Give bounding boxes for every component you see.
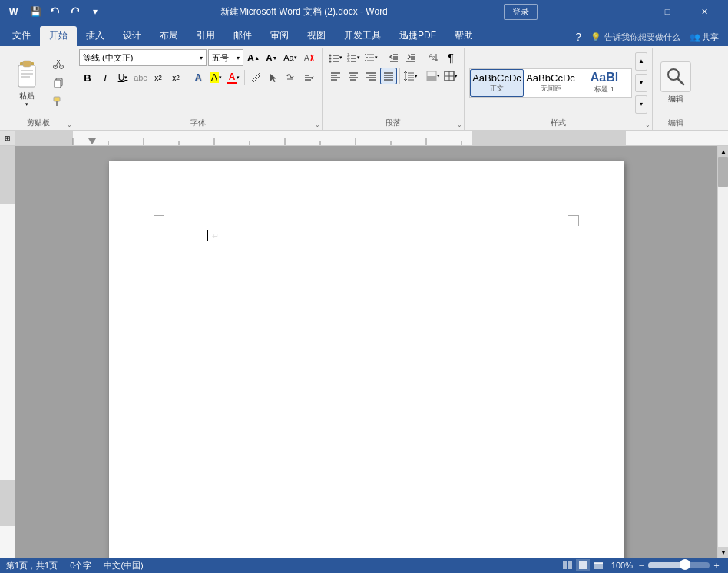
zoom-out-button[interactable]: − [636,560,647,571]
tab-home[interactable]: 开始 [40,26,77,46]
scroll-down-button[interactable]: ▼ [718,547,728,558]
minimize-button[interactable]: ─ [539,0,574,23]
page-count: 第1页，共1页 [6,560,58,571]
styles-scroll-down[interactable]: ▼ [635,74,647,92]
cursor-button[interactable] [265,69,282,86]
italic-button[interactable]: I [97,69,114,86]
align-right-button[interactable] [362,68,379,84]
align-left-button[interactable] [327,68,344,84]
ribbon-content: 粘贴 ▾ 剪贴板 ⌄ 等线 (中 [0,46,728,131]
zoom-slider-area: − ＋ [636,560,722,571]
styles-launcher[interactable]: ⌄ [645,121,650,128]
decrease-indent-button[interactable] [385,49,402,66]
document-scroll[interactable]: ↵ [15,146,717,558]
tab-review[interactable]: 审阅 [261,26,298,46]
window-minimize-button[interactable]: ─ [613,0,648,23]
undo-button[interactable] [46,3,65,20]
text-effect-button[interactable]: A [190,69,207,86]
strikethrough-button[interactable]: abc [132,69,149,86]
clipboard-launcher[interactable]: ⌄ [67,121,72,128]
tab-developer[interactable]: 开发工具 [335,26,390,46]
superscript-button[interactable]: x2 [167,69,184,86]
help-icon[interactable]: ? [575,31,581,43]
scroll-track[interactable] [718,157,728,547]
bullets-button[interactable]: ▾ [327,49,344,66]
paste-button[interactable]: 粘贴 ▾ [8,57,46,109]
shading-button[interactable]: ▾ [425,68,442,84]
line-spacing-button[interactable]: ▾ [402,68,419,84]
equation-button[interactable] [283,69,299,86]
font-color-button[interactable]: A ▾ [225,69,242,86]
document-page[interactable]: ↵ [109,161,624,558]
style-h1-label: 标题 1 [594,84,614,94]
window-close-button[interactable]: ✕ [687,0,722,23]
read-view-button[interactable] [561,559,574,571]
font-launcher[interactable]: ⌄ [315,121,320,128]
share-button[interactable]: 👥共享 [690,31,719,43]
ribbon-toggle-button[interactable]: ─ [576,0,611,23]
ruler-corner[interactable]: ⊞ [0,131,15,146]
editing-group: 编辑 编辑 [653,48,699,130]
font-name-select[interactable]: 等线 (中文正) ▾ [79,49,207,66]
tab-pdf[interactable]: 迅捷PDF [390,26,445,46]
justify-button[interactable] [380,68,397,84]
align-center-button[interactable] [345,68,362,84]
borders-button[interactable]: ▾ [442,68,459,84]
quick-access-dropdown[interactable]: ▾ [86,3,104,20]
font-grow-button[interactable]: A▲ [245,49,262,66]
styles-scroll-up[interactable]: ▲ [635,52,647,71]
drawing-button[interactable] [247,69,264,86]
web-view-button[interactable] [591,559,605,571]
document-content[interactable]: ↵ [186,230,547,558]
font-shrink-button[interactable]: A▼ [263,49,280,66]
tab-insert[interactable]: 插入 [77,26,114,46]
tab-references[interactable]: 引用 [187,26,224,46]
zoom-thumb[interactable] [680,559,690,570]
scroll-thumb[interactable] [718,157,728,187]
font-size-select[interactable]: 五号 ▾ [208,49,243,66]
tell-me-box[interactable]: 💡告诉我你想要做什么 [591,31,680,43]
print-view-button[interactable] [576,559,590,571]
save-button[interactable]: 💾 [26,3,45,20]
format-painter-button[interactable] [49,93,68,110]
signin-button[interactable]: 登录 [504,4,538,20]
change-case-button[interactable]: Aa▾ [282,49,299,66]
tab-design[interactable]: 设计 [114,26,151,46]
subscript-button[interactable]: x2 [150,69,167,86]
tab-mail[interactable]: 邮件 [224,26,261,46]
tab-file[interactable]: 文件 [3,26,40,46]
tab-view[interactable]: 视图 [298,26,335,46]
window-restore-button[interactable]: □ [650,0,685,23]
style-no-spacing[interactable]: AaBbCcDc 无间距 [524,69,577,97]
bold-button[interactable]: B [79,69,96,86]
numbering-button[interactable]: 1.2.3. ▾ [345,49,362,66]
svg-rect-85 [472,131,626,146]
tab-help[interactable]: 帮助 [445,26,482,46]
clear-format-button[interactable]: A [300,49,317,66]
find-replace-button[interactable]: 编辑 [657,58,694,108]
zoom-controls: 100% − ＋ [611,560,722,571]
sort-button2[interactable] [300,69,317,86]
style-heading1[interactable]: AaBl 标题 1 [577,69,631,97]
underline-button[interactable]: U▾ [114,69,131,86]
style-normal[interactable]: AaBbCcDc 正文 [470,69,524,97]
multilevel-list-button[interactable]: ▾ [362,49,379,66]
cut-button[interactable] [49,56,68,73]
styles-more[interactable]: ▾ [635,95,647,114]
svg-point-43 [366,57,368,58]
sort-button[interactable]: AZ [425,49,442,66]
vertical-scrollbar[interactable]: ▲ ▼ [717,146,728,558]
copy-button[interactable] [49,75,68,91]
redo-button[interactable] [66,3,84,20]
zoom-in-button[interactable]: ＋ [711,560,722,571]
window-title: 新建Microsoft Word 文档 (2).docx - Word [104,5,504,18]
scroll-up-button[interactable]: ▲ [718,146,728,157]
text-highlight-button[interactable]: A▾ [207,69,224,86]
paragraph-launcher[interactable]: ⌄ [457,121,462,128]
zoom-slider[interactable] [648,562,710,568]
svg-text:A: A [304,54,309,62]
show-marks-button[interactable]: ¶ [442,49,459,66]
zoom-percent[interactable]: 100% [611,561,633,570]
increase-indent-button[interactable] [402,49,419,66]
tab-layout[interactable]: 布局 [151,26,187,46]
